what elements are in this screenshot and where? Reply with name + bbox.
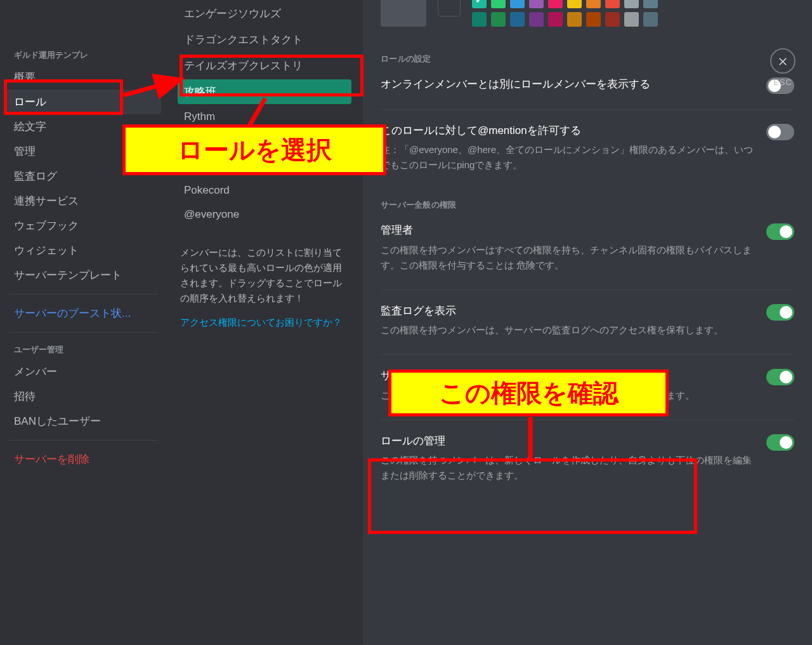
sidebar-item-invites[interactable]: 招待 <box>0 384 166 409</box>
setting-title: ロールの管理 <box>381 433 756 449</box>
close-icon <box>777 55 789 67</box>
color-swatch[interactable] <box>643 0 658 8</box>
setting-divider <box>381 109 794 110</box>
sidebar-section-guild: ギルド運用テンプレ <box>0 44 166 65</box>
toggle-admin[interactable] <box>766 223 794 240</box>
setting-display-separate: オンラインメンバーとは別にロールメンバーを表示する <box>381 76 794 93</box>
color-swatch[interactable] <box>491 12 506 27</box>
sidebar-divider <box>9 294 157 295</box>
role-help-link[interactable]: アクセス権限についてお困りですか？ <box>180 315 349 330</box>
role-item[interactable]: エンゲージソウルズ <box>178 1 351 26</box>
close-button[interactable] <box>770 48 796 74</box>
role-item-selected[interactable]: 攻略班 <box>178 79 351 104</box>
sidebar-divider <box>9 332 157 333</box>
color-swatch[interactable] <box>472 12 487 27</box>
role-color-area <box>381 0 794 27</box>
setting-title: オンラインメンバーとは別にロールメンバーを表示する <box>381 76 756 93</box>
setting-desc: この権限を持つメンバーは、サーバーの監査ログへのアクセス権を保有します。 <box>381 322 756 338</box>
sidebar-item-boost[interactable]: サーバーのブースト状... <box>0 301 166 326</box>
setting-title: このロールに対して@mentionを許可する <box>381 123 756 139</box>
setting-divider <box>381 420 794 420</box>
color-swatch[interactable] <box>529 0 544 8</box>
role-item[interactable]: テイルズオブクレストリ <box>178 53 351 78</box>
color-swatch[interactable] <box>643 12 658 27</box>
setting-admin: 管理者 この権限を持つメンバーはすべての権限を持ち、チャンネル固有の権限もバイパ… <box>381 222 794 273</box>
color-swatch[interactable] <box>567 12 582 27</box>
color-swatch[interactable] <box>605 0 620 8</box>
setting-manage-roles: ロールの管理 この権限を持つメンバーは、新しくロールを作成したり、自身よりも下位… <box>381 433 794 484</box>
setting-divider <box>381 289 794 290</box>
role-help-text: メンバーには、このリストに割り当てられている最も高いロールの色が適用されます。ド… <box>180 245 349 306</box>
toggle-manage-server[interactable] <box>766 369 794 385</box>
default-color-swatch[interactable] <box>381 0 426 27</box>
color-swatch[interactable] <box>529 12 544 27</box>
section-general-perms: サーバー全般の権限 <box>381 199 794 211</box>
sidebar-item-widget[interactable]: ウィジェット <box>0 238 166 263</box>
eyedropper-button[interactable] <box>438 0 461 17</box>
color-swatch[interactable] <box>472 0 487 8</box>
toggle-allow-mention[interactable] <box>766 124 794 140</box>
color-swatch[interactable] <box>510 0 525 8</box>
color-swatch-row <box>472 12 658 27</box>
color-swatch[interactable] <box>586 0 601 8</box>
setting-desc: この権限を持つメンバーは、新しくロールを作成したり、自身よりも下位の権限を編集ま… <box>381 453 756 483</box>
setting-desc: 注：「@everyone、@here、全てのロールにメンション」権限のあるメンバ… <box>381 142 756 173</box>
color-swatch[interactable] <box>491 0 506 8</box>
setting-desc: この権限を持つメンバーはすべての権限を持ち、チャンネル固有の権限もバイパスします… <box>381 243 756 273</box>
sidebar-item-overview[interactable]: 概要 <box>0 65 166 90</box>
color-swatch[interactable] <box>624 12 639 27</box>
setting-title: 監査ログを表示 <box>381 303 756 319</box>
setting-divider <box>381 354 794 355</box>
color-swatch[interactable] <box>567 0 582 8</box>
setting-view-audit: 監査ログを表示 この権限を持つメンバーは、サーバーの監査ログへのアクセス権を保有… <box>381 303 794 338</box>
sidebar-item-roles[interactable]: ロール <box>5 90 161 114</box>
toggle-audit[interactable] <box>766 304 794 321</box>
role-item[interactable]: ドラゴンクエストタクト <box>178 27 351 52</box>
role-list-column: エンゲージソウルズ ドラゴンクエストタクト テイルズオブクレストリ 攻略班 Ry… <box>166 0 363 645</box>
settings-sidebar: ギルド運用テンプレ 概要 ロール 絵文字 管理 監査ログ 連携サービス ウェブフ… <box>0 0 166 645</box>
sidebar-item-delete-server[interactable]: サーバーを削除 <box>0 447 166 472</box>
section-role-settings: ロールの設定 <box>381 53 794 65</box>
sidebar-item-bans[interactable]: BANしたユーザー <box>0 409 166 434</box>
toggle-manage-roles[interactable] <box>766 434 794 451</box>
color-swatch[interactable] <box>548 12 563 27</box>
close-label: ESC <box>770 77 796 87</box>
color-swatch[interactable] <box>510 12 525 27</box>
color-swatch[interactable] <box>586 12 601 27</box>
annotation-callout-select-role: ロールを選択 <box>122 124 386 175</box>
annotation-callout-check-perm: この権限を確認 <box>388 369 669 416</box>
color-swatch[interactable] <box>548 0 563 8</box>
setting-allow-mention: このロールに対して@mentionを許可する 注：「@everyone、@her… <box>381 123 794 173</box>
color-swatch[interactable] <box>624 0 639 8</box>
role-item[interactable]: Pokecord <box>178 179 351 202</box>
role-settings-main: ロールの設定 オンラインメンバーとは別にロールメンバーを表示する このロールに対… <box>363 0 812 645</box>
sidebar-item-integrations[interactable]: 連携サービス <box>0 189 166 213</box>
role-item-everyone[interactable]: @everyone <box>178 203 351 226</box>
sidebar-section-usermgmt: ユーザー管理 <box>0 339 166 359</box>
sidebar-item-webhooks[interactable]: ウェブフック <box>0 213 166 238</box>
sidebar-item-server-template[interactable]: サーバーテンプレート <box>0 263 166 288</box>
sidebar-item-members[interactable]: メンバー <box>0 359 166 384</box>
setting-title: 管理者 <box>381 222 756 239</box>
color-swatch-row <box>472 0 658 8</box>
sidebar-divider <box>9 440 157 441</box>
close-area: ESC <box>770 48 796 87</box>
color-swatch[interactable] <box>605 12 620 27</box>
